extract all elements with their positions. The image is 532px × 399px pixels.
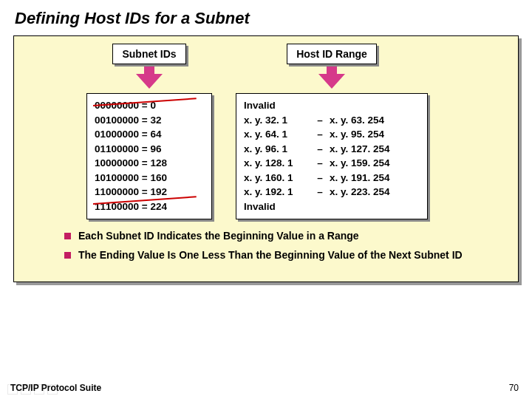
subnet-row: 01000000 = 64 [95,127,204,142]
range-left: x. y. 192. 1 [244,185,310,200]
slide-title: Defining Host IDs for a Subnet [0,0,532,31]
range-row: x. y. 192. 1–x. y. 223. 254 [244,185,420,200]
range-row: x. y. 32. 1–x. y. 63. 254 [244,113,420,128]
content-panel: Subnet IDs 00000000 = 000100000 = 320100… [13,35,519,282]
bullet-text: Each Subnet ID Indicates the Beginning V… [78,230,359,242]
range-right: x. y. 223. 254 [330,185,420,200]
range-right: x. y. 159. 254 [330,156,420,171]
square-bullet-icon [64,252,71,259]
footer-text: TCP/IP Protocol Suite [10,383,101,393]
columns: Subnet IDs 00000000 = 000100000 = 320100… [35,44,497,219]
range-dash: – [310,142,330,157]
subnet-row: 10000000 = 128 [95,156,204,171]
subnet-row: 01100000 = 96 [95,142,204,157]
arrow-down-icon [136,67,163,93]
bullet-list: Each Subnet ID Indicates the Beginning V… [35,230,497,261]
range-row: Invalid [244,98,420,113]
range-dash [310,98,330,113]
bullet-text: The Ending Value Is One Less Than the Be… [78,249,463,261]
subnet-box: 00000000 = 000100000 = 3201000000 = 6401… [86,93,212,219]
list-item: The Ending Value Is One Less Than the Be… [64,249,497,261]
range-right: x. y. 95. 254 [330,127,420,142]
range-dash [310,200,330,214]
range-column: Host ID Range Invalidx. y. 32. 1–x. y. 6… [236,44,428,219]
range-left: x. y. 160. 1 [244,171,310,185]
subnet-column: Subnet IDs 00000000 = 000100000 = 320100… [86,44,212,219]
range-box: Invalidx. y. 32. 1–x. y. 63. 254x. y. 64… [236,93,428,219]
range-left: x. y. 64. 1 [244,127,310,142]
page-number: 70 [509,383,519,393]
range-dash: – [310,113,330,128]
range-dash: – [310,127,330,142]
range-dash: – [310,171,330,185]
subnet-row: 00100000 = 32 [95,113,204,128]
range-right: x. y. 191. 254 [330,171,420,185]
range-header: Host ID Range [287,44,377,64]
range-left: x. y. 32. 1 [244,113,310,128]
list-item: Each Subnet ID Indicates the Beginning V… [64,230,497,242]
range-row: Invalid [244,200,420,214]
range-row: x. y. 128. 1–x. y. 159. 254 [244,156,420,171]
range-right [330,200,420,214]
range-left: x. y. 128. 1 [244,156,310,171]
range-right: x. y. 127. 254 [330,142,420,157]
range-row: x. y. 64. 1–x. y. 95. 254 [244,127,420,142]
range-right [330,98,420,113]
range-row: x. y. 96. 1–x. y. 127. 254 [244,142,420,157]
range-left: x. y. 96. 1 [244,142,310,157]
range-left: Invalid [244,200,310,214]
range-row: x. y. 160. 1–x. y. 191. 254 [244,171,420,185]
arrow-down-icon [318,67,345,93]
square-bullet-icon [64,233,71,239]
range-dash: – [310,156,330,171]
range-left: Invalid [244,98,310,113]
subnet-row: 10100000 = 160 [95,171,204,185]
range-dash: – [310,185,330,200]
subnet-header: Subnet IDs [112,44,185,64]
range-right: x. y. 63. 254 [330,113,420,128]
